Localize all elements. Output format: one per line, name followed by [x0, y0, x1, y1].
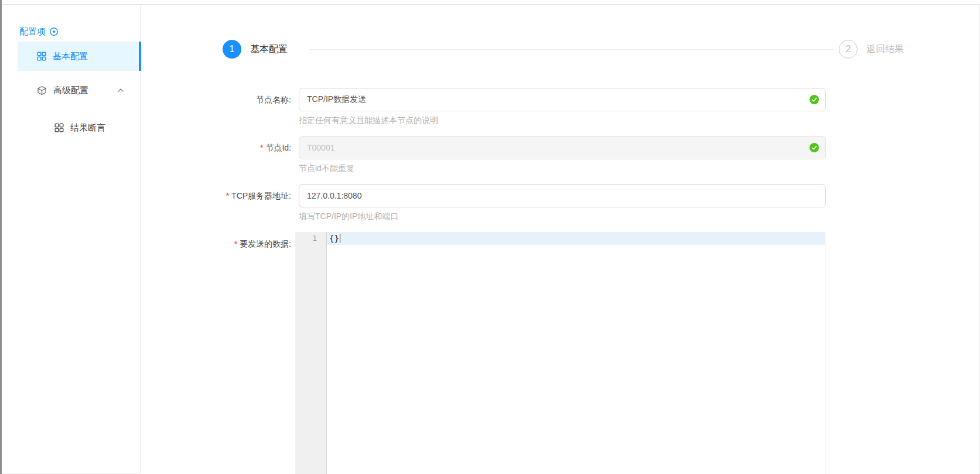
success-check-icon	[810, 143, 819, 152]
form-row-node-id: *节点Id: 节点id不能重复	[141, 136, 979, 174]
form-row-send-data: *要发送的数据: 1 {}	[141, 232, 979, 474]
send-data-label: *要发送的数据:	[141, 232, 291, 474]
tcp-address-input[interactable]	[299, 184, 826, 207]
success-check-icon	[810, 95, 819, 104]
steps-bar: 1 基本配置 2 返回结果	[223, 40, 904, 59]
sidebar-title-label: 配置项	[19, 26, 46, 37]
grid-icon	[37, 52, 46, 61]
window-right-border	[979, 4, 979, 474]
node-name-input[interactable]	[299, 88, 826, 111]
tcp-address-help: 填写TCP/IP的IP地址和端口	[299, 210, 826, 222]
required-asterisk: *	[226, 191, 229, 200]
sidebar-title: 配置项	[19, 26, 140, 37]
grid-icon	[54, 123, 64, 132]
node-name-help: 指定任何有意义且能描述本节点的说明	[299, 114, 826, 126]
node-id-label: *节点Id:	[141, 136, 291, 174]
sidebar-menu: 基本配置 高级配置	[2, 42, 140, 142]
step-connector-line	[310, 49, 834, 50]
form-row-tcp-address: *TCP服务器地址: 填写TCP/IP的IP地址和端口	[141, 184, 979, 222]
line-number: 1	[295, 232, 326, 245]
sidebar-item-advanced-config[interactable]: 高级配置	[18, 76, 140, 105]
cube-icon	[37, 86, 47, 96]
step-basic-config: 1 基本配置	[223, 40, 288, 59]
node-id-input	[299, 136, 826, 159]
required-asterisk: *	[260, 143, 263, 152]
editor-code-area[interactable]: {}	[327, 232, 825, 474]
form-row-node-name: 节点名称: 指定任何有意义且能描述本节点的说明	[141, 88, 979, 126]
sidebar-item-label: 结果断言	[70, 122, 105, 134]
code-text: {}	[329, 232, 339, 245]
sidebar-item-label: 高级配置	[53, 85, 88, 96]
node-id-help: 节点id不能重复	[299, 162, 826, 174]
basic-config-form: 节点名称: 指定任何有意义且能描述本节点的说明 *节点Id:	[141, 88, 979, 474]
editor-gutter: 1	[295, 232, 327, 474]
required-asterisk: *	[234, 239, 237, 248]
config-sidebar: 配置项 基本配置	[2, 5, 141, 473]
aim-icon	[49, 27, 59, 36]
sidebar-item-result-assertion[interactable]: 结果断言	[18, 113, 140, 142]
node-name-label: 节点名称:	[141, 88, 291, 126]
step-1-title: 基本配置	[250, 43, 288, 56]
step-return-result: 2 返回结果	[839, 40, 904, 59]
step-2-title: 返回结果	[866, 43, 904, 56]
step-1-circle: 1	[223, 40, 241, 59]
send-data-code-editor[interactable]: 1 {}	[295, 232, 825, 474]
editor-active-line: {}	[327, 232, 825, 245]
sidebar-item-label: 基本配置	[53, 51, 88, 62]
tcp-address-label: *TCP服务器地址:	[141, 184, 291, 222]
chevron-up-icon[interactable]	[117, 86, 125, 94]
text-cursor	[340, 234, 340, 243]
step-2-circle: 2	[839, 40, 858, 59]
sidebar-item-basic-config[interactable]: 基本配置	[18, 42, 140, 71]
main-panel: 1 基本配置 2 返回结果 节点名称:	[141, 5, 979, 474]
window-left-edge	[0, 0, 2, 474]
